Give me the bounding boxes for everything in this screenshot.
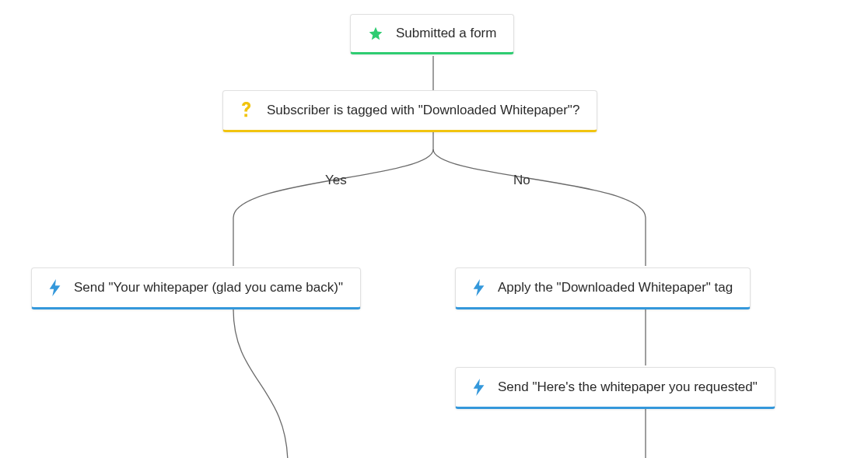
lightning-icon — [473, 379, 485, 396]
trigger-node[interactable]: Submitted a form — [350, 14, 514, 54]
condition-node[interactable]: Subscriber is tagged with "Downloaded Wh… — [222, 90, 597, 132]
lightning-icon — [49, 279, 61, 296]
yes-action-node[interactable]: Send "Your whitepaper (glad you came bac… — [31, 267, 361, 309]
condition-label: Subscriber is tagged with "Downloaded Wh… — [267, 103, 579, 118]
question-icon — [240, 102, 254, 119]
connector-condition-branch — [0, 132, 868, 288]
no-action-1-node[interactable]: Apply the "Downloaded Whitepaper" tag — [455, 267, 751, 309]
branch-label-no: No — [513, 173, 530, 188]
branch-label-yes: Yes — [325, 173, 347, 188]
connector-no-action1-to-action2 — [645, 309, 646, 365]
connector-no-continue — [645, 409, 646, 458]
trigger-label: Submitted a form — [396, 26, 496, 41]
star-icon — [368, 26, 383, 41]
no-action-2-node[interactable]: Send "Here's the whitepaper you requeste… — [455, 367, 775, 409]
no-action-1-label: Apply the "Downloaded Whitepaper" tag — [498, 280, 733, 295]
no-action-2-label: Send "Here's the whitepaper you requeste… — [498, 379, 758, 395]
automation-flow-canvas: Submitted a form Subscriber is tagged wi… — [0, 0, 868, 458]
connector-trigger-to-condition — [432, 56, 434, 91]
lightning-icon — [473, 279, 485, 296]
yes-action-label: Send "Your whitepaper (glad you came bac… — [74, 280, 343, 295]
